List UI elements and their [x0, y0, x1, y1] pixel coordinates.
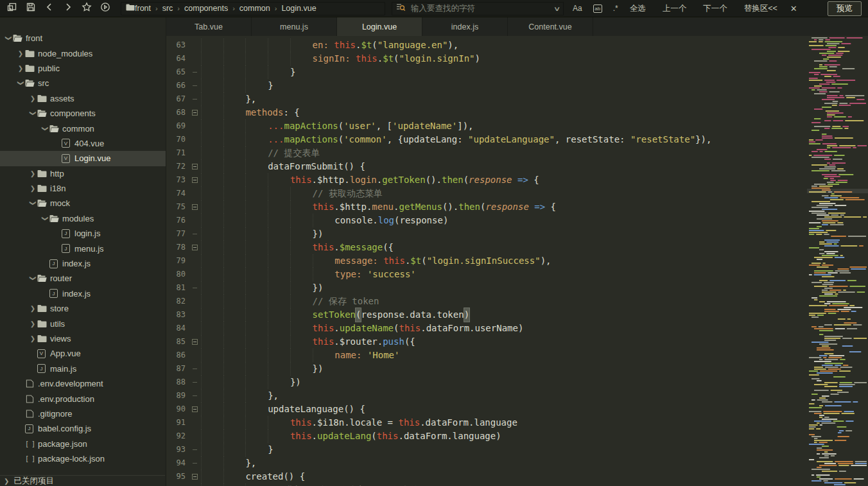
chevron-expanded-icon[interactable]: ❯ — [5, 34, 12, 43]
fold-toggle-icon[interactable] — [192, 177, 198, 183]
close-search-icon[interactable]: ✕ — [790, 4, 797, 13]
chevron-collapsed-icon[interactable]: ❯ — [16, 50, 25, 57]
chevron-expanded-icon[interactable]: ❯ — [42, 124, 49, 133]
find-button[interactable]: 下一个 — [703, 3, 727, 14]
file-explorer: ❯front❯node_modules❯public❯src❯assets❯co… — [0, 17, 166, 486]
fold-toggle-icon[interactable] — [192, 110, 198, 116]
tree-item-store[interactable]: ❯store — [0, 301, 166, 316]
chevron-collapsed-icon[interactable]: ❯ — [28, 305, 37, 312]
preview-button[interactable]: 预览 — [828, 1, 862, 16]
forward-button[interactable] — [58, 0, 77, 17]
fold-toggle-icon[interactable] — [192, 339, 198, 345]
breadcrumb-item-components[interactable]: components — [184, 4, 228, 13]
run-button[interactable] — [96, 0, 114, 17]
closed-projects-bar[interactable]: ❯ 已关闭项目 — [0, 475, 165, 486]
chevron-down-icon[interactable]: ∨ — [553, 5, 560, 12]
tree-item-src[interactable]: ❯src — [0, 76, 166, 91]
tree-item-index.js[interactable]: Jindex.js — [0, 286, 166, 301]
tab-Tab.vue[interactable]: Tab.vue — [166, 17, 252, 36]
tree-item-package-lock.json[interactable]: [ ]package-lock.json — [0, 451, 166, 466]
tree-item-package.json[interactable]: [ ]package.json — [0, 437, 166, 451]
tree-item-index.js[interactable]: Jindex.js — [0, 256, 166, 271]
code-area[interactable]: 63 en: this.$t("language.en"),64 signIn:… — [166, 36, 807, 486]
tree-item-common[interactable]: ❯common — [0, 121, 166, 135]
tree-item-router[interactable]: ❯router — [0, 271, 166, 286]
save-button[interactable] — [21, 0, 40, 17]
tab-Login.vue[interactable]: Login.vue — [337, 17, 422, 36]
code-editor[interactable]: 63 en: this.$t("language.en"),64 signIn:… — [166, 36, 868, 486]
tree-item-.gitignore[interactable]: .gitignore — [0, 406, 166, 421]
breadcrumb-item-src[interactable]: src — [162, 4, 173, 13]
chevron-expanded-icon[interactable]: ❯ — [30, 199, 37, 208]
chevron-expanded-icon[interactable]: ❯ — [17, 79, 24, 88]
tree-item-main.js[interactable]: Jmain.js — [0, 361, 166, 376]
chevron-right-icon: ❯ — [4, 478, 9, 485]
chevron-expanded-icon[interactable]: ❯ — [30, 274, 37, 283]
fold-toggle-icon[interactable] — [192, 204, 198, 210]
fold-toggle-icon[interactable] — [192, 164, 198, 169]
fold-end-mark — [193, 234, 197, 234]
tree-item-views[interactable]: ❯views — [0, 331, 166, 346]
vue-file-icon: V — [62, 139, 74, 148]
tree-item-label: index.js — [62, 289, 91, 299]
tree-item-Login.vue[interactable]: VLogin.vue — [0, 151, 166, 166]
code-line-86: 86 name: 'Home' — [166, 349, 807, 362]
tab-index.js[interactable]: index.js — [422, 17, 508, 36]
chevron-collapsed-icon[interactable]: ❯ — [28, 335, 37, 342]
line-number: 89 — [166, 389, 188, 403]
search-input[interactable]: 输入要查找的字符 ∨ — [392, 2, 564, 15]
code-line-66: 66 } — [166, 79, 807, 92]
tree-item-node_modules[interactable]: ❯node_modules — [0, 46, 166, 60]
tree-item-login.js[interactable]: Jlogin.js — [0, 226, 166, 241]
tree-item-menu.js[interactable]: Jmenu.js — [0, 241, 166, 256]
tree-item-utils[interactable]: ❯utils — [0, 316, 166, 331]
breadcrumb-item-front[interactable]: front — [135, 4, 151, 13]
tree-item-App.vue[interactable]: VApp.vue — [0, 346, 166, 361]
tree-item-components[interactable]: ❯components — [0, 106, 166, 121]
find-button[interactable]: 上一个 — [663, 3, 687, 14]
tab-Content.vue[interactable]: Content.vue — [508, 17, 593, 36]
whole-word-toggle[interactable]: ab — [593, 4, 602, 13]
line-number: 81 — [166, 281, 188, 295]
bookmark-button[interactable] — [77, 0, 96, 17]
breadcrumb-item-common[interactable]: common — [239, 4, 270, 13]
breadcrumb-item-Login.vue[interactable]: Login.vue — [281, 4, 316, 13]
tree-item-label: package.json — [38, 439, 87, 449]
chevron-collapsed-icon[interactable]: ❯ — [28, 95, 37, 102]
chevron-collapsed-icon[interactable]: ❯ — [28, 185, 37, 192]
case-sensitive-toggle[interactable]: Aa — [573, 4, 582, 13]
code-line-87: 87 }) — [166, 362, 807, 376]
fold-toggle-icon[interactable] — [192, 474, 198, 480]
tree-item-assets[interactable]: ❯assets — [0, 91, 166, 106]
chevron-collapsed-icon[interactable]: ❯ — [28, 170, 37, 177]
tree-item-mock[interactable]: ❯mock — [0, 196, 166, 211]
minimap[interactable] — [807, 36, 868, 486]
tree-item-public[interactable]: ❯public — [0, 61, 166, 76]
json-file-icon: [ ] — [25, 440, 38, 447]
tab-menu.js[interactable]: menu.js — [252, 17, 337, 36]
back-button[interactable] — [40, 0, 58, 17]
new-file-button[interactable] — [3, 0, 21, 17]
tree-item-babel.config.js[interactable]: Jbabel.config.js — [0, 421, 166, 436]
code-line-91: 91 this.$i18n.locale = this.dataForm.lan… — [166, 416, 807, 430]
regex-toggle[interactable]: .* — [613, 4, 618, 13]
breadcrumb-separator: › — [232, 4, 235, 12]
code-line-67: 67 }, — [166, 92, 807, 106]
tree-item-modules[interactable]: ❯modules — [0, 211, 166, 226]
find-button[interactable]: 全选 — [630, 3, 646, 14]
chevron-collapsed-icon[interactable]: ❯ — [16, 65, 25, 72]
tree-item-i18n[interactable]: ❯i18n — [0, 181, 166, 196]
tree-item-404.vue[interactable]: V404.vue — [0, 136, 166, 151]
fold-toggle-icon[interactable] — [192, 245, 198, 250]
chevron-collapsed-icon[interactable]: ❯ — [28, 320, 37, 327]
tree-item-front[interactable]: ❯front — [0, 31, 166, 46]
code-line-69: 69 ...mapActions('user', ['updateName'])… — [166, 119, 807, 133]
tree-item-http[interactable]: ❯http — [0, 166, 166, 181]
tree-item-label: assets — [50, 94, 74, 103]
find-button[interactable]: 替换区<< — [744, 3, 777, 14]
tree-item-.env.production[interactable]: .env.production — [0, 391, 166, 406]
chevron-expanded-icon[interactable]: ❯ — [30, 109, 37, 118]
tree-item-.env.development[interactable]: .env.development — [0, 376, 166, 391]
chevron-expanded-icon[interactable]: ❯ — [42, 214, 49, 223]
fold-toggle-icon[interactable] — [192, 406, 198, 412]
